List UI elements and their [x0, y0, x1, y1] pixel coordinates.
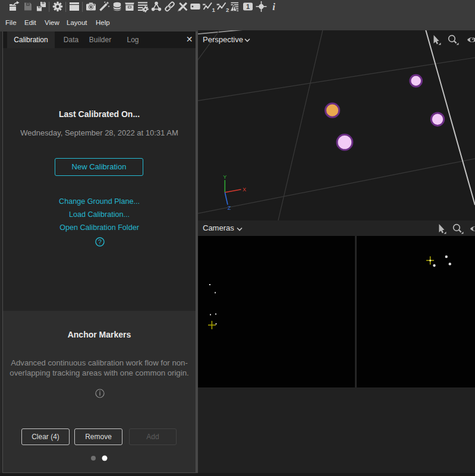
- svg-text:X: X: [243, 187, 246, 193]
- svg-text:Y: Y: [223, 174, 227, 180]
- svg-text:1: 1: [246, 3, 250, 10]
- svg-text:?: ?: [98, 238, 102, 245]
- svg-text:Z: Z: [228, 205, 231, 211]
- svg-text:1: 1: [212, 7, 215, 13]
- svg-text:i: i: [272, 1, 275, 12]
- svg-text:2: 2: [226, 7, 229, 13]
